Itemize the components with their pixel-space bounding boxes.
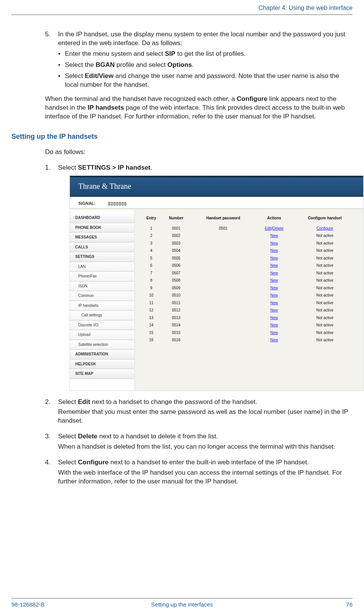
cell-number: 0503 [162,240,191,247]
nav-sub-phone-fax[interactable]: Phone/Fax [70,272,134,282]
bullet-text: Select Edit/View and change the user nam… [65,72,353,89]
cell-password [191,232,256,240]
nav-item-administration[interactable]: ADMINISTRATION [70,350,134,360]
cell-actions-link[interactable]: New [270,241,278,245]
table-row: 20502NewNot active [141,232,357,240]
step-followup: With the web interface of the IP handset… [58,469,353,486]
cell-number: 0514 [162,321,191,329]
cell-configure[interactable]: Configure [293,225,357,232]
nav-item-helpdesk[interactable]: HELPDESK [70,360,134,370]
cell-entry: 16 [141,336,162,344]
cell-number: 0510 [162,292,191,299]
cell-entry: 7 [141,269,162,277]
cell-password [191,314,256,322]
nav-sub2-call-settings[interactable]: Call settings [70,311,134,321]
table-row: 40504NewNot active [141,247,357,255]
cell-actions-link[interactable]: New [270,278,278,282]
nav-sub-isdn[interactable]: ISDN [70,282,134,292]
cell-configure: Not active [293,321,357,329]
cell-configure: Not active [293,306,357,314]
step-number: 5. [45,30,58,48]
cell-actions-link[interactable]: New [270,316,278,320]
footer-title: Setting up the interfaces [11,601,353,608]
cell-entry: 1 [141,225,162,232]
cell-actions[interactable]: New [256,314,293,322]
cell-actions-link[interactable]: New [270,286,278,290]
nav-sub-upload[interactable]: Upload [70,330,134,340]
cell-number: 0511 [162,299,191,307]
col-header: Entry [141,214,162,225]
table-row: 70507NewNot active [141,269,357,277]
cell-actions-link[interactable]: New [270,301,278,305]
cell-actions[interactable]: New [256,299,293,307]
nav-sub-ip-handsets[interactable]: IP handsets [70,301,134,311]
table-row: 90509NewNot active [141,284,357,292]
cell-actions-link[interactable]: New [270,338,278,342]
footer-pagenum: 76 [346,601,353,608]
brand-banner: Thrane & Thrane [70,176,363,197]
cell-actions[interactable]: New [256,329,293,337]
cell-actions-link[interactable]: New [270,323,278,327]
cell-actions-link[interactable]: New [270,256,278,260]
col-header: Handset password [191,214,256,225]
cell-actions[interactable]: New [256,284,293,292]
cell-actions: Edit/Delete [256,225,293,232]
cell-entry: 11 [141,299,162,307]
nav-sub-common[interactable]: Common [70,291,134,301]
cell-actions-link[interactable]: New [270,308,278,312]
cell-configure-link[interactable]: Configure [317,226,333,230]
cell-number: 0515 [162,329,191,337]
table-row: 160516NewNot active [141,336,357,344]
bullet-icon: • [58,72,65,89]
cell-actions[interactable]: New [256,306,293,314]
nav-item-messages[interactable]: MESSAGES [70,233,134,243]
nav-item-dashboard[interactable]: DASHBOARD [70,213,134,223]
cell-configure: Not active [293,292,357,299]
signal-row: SIGNAL: ▯▯▯▯▯▯▯ [70,197,363,209]
cell-actions-link[interactable]: New [270,293,278,297]
edit-link[interactable]: Edit [265,226,271,230]
col-header: Configure handset [293,214,357,225]
nav-sub-lan[interactable]: LAN [70,262,134,272]
cell-actions[interactable]: New [256,247,293,255]
cell-actions[interactable]: New [256,240,293,247]
delete-link[interactable]: Delete [272,226,283,230]
cell-configure: Not active [293,255,357,262]
nav-item-phone-book[interactable]: PHONE BOOK [70,223,134,233]
cell-actions-link[interactable]: New [270,263,278,268]
cell-actions-link[interactable]: New [270,234,278,238]
nav-item-site-map[interactable]: SITE MAP [70,369,134,379]
bullet-text: Enter the menu system and select SIP to … [65,50,353,58]
cell-number: 0513 [162,314,191,322]
table-row: 50505NewNot active [141,255,357,262]
cell-number: 0507 [162,269,191,277]
cell-number: 0509 [162,284,191,292]
cell-actions[interactable]: New [256,336,293,344]
table-row: 110511NewNot active [141,299,357,307]
cell-actions[interactable]: New [256,269,293,277]
cell-configure: Not active [293,240,357,247]
col-header: Number [162,214,191,225]
nav-item-calls[interactable]: CALLS [70,243,134,253]
cell-actions-link[interactable]: New [270,331,278,335]
nav-sub-satellite-selection[interactable]: Satellite selection [70,340,134,350]
cell-actions-link[interactable]: New [270,271,278,275]
nav-sub-discrete-i-o[interactable]: Discrete I/O [70,321,134,331]
cell-number: 0508 [162,277,191,284]
cell-entry: 4 [141,247,162,255]
cell-entry: 2 [141,232,162,240]
cell-actions[interactable]: New [256,292,293,299]
cell-actions-link[interactable]: New [270,248,278,253]
cell-actions[interactable]: New [256,277,293,284]
cell-actions[interactable]: New [256,321,293,329]
bullet-text: Select the BGAN profile and select Optio… [65,61,353,70]
cell-actions[interactable]: New [256,262,293,269]
cell-actions[interactable]: New [256,255,293,262]
cell-number: 0512 [162,306,191,314]
step-text: Select Delete next to a handset to delet… [58,432,353,441]
cell-actions[interactable]: New [256,232,293,240]
bullet-icon: • [58,50,65,58]
page-footer: 98-126882-B Setting up the interfaces 76 [11,598,353,608]
step-number: 3. [45,432,58,441]
nav-item-settings[interactable]: SETTINGS [70,252,134,262]
